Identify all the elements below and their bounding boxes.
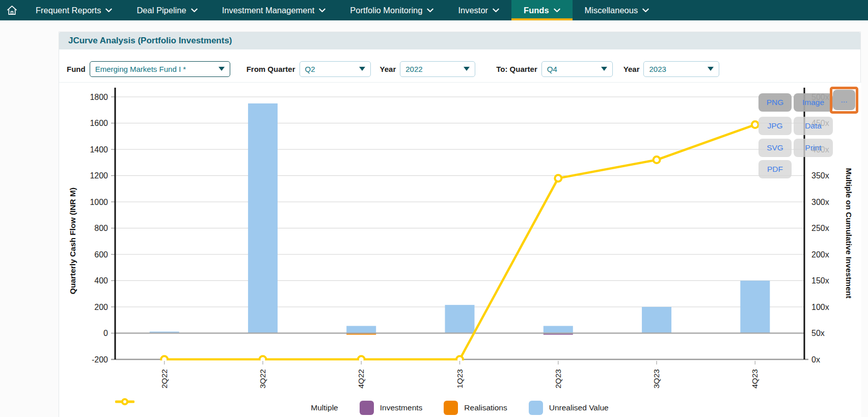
bar-unrealised-value-3Q23[interactable] [642, 307, 671, 333]
nav-item-label: Investor [458, 6, 488, 15]
filter-select-to-quarter-3[interactable]: Q4 [541, 61, 613, 77]
filter-value: Emerging Markets Fund I * [95, 65, 186, 73]
left-axis-tick-label: 200 [94, 303, 108, 311]
legend-label: Realisations [464, 403, 507, 412]
bars [150, 103, 770, 335]
left-axis-tick-label: 400 [94, 276, 108, 285]
export-image-button[interactable]: Image [794, 93, 833, 112]
filter-label-year-4: Year [623, 65, 640, 73]
chevron-down-icon [642, 8, 649, 13]
legend-label: Investments [380, 403, 423, 412]
export-print-button[interactable]: Print [794, 139, 833, 157]
filter-select-year-4[interactable]: 2023 [643, 61, 719, 77]
right-axis-tick-label: 150x [811, 276, 829, 285]
nav-item-deal-pipeline[interactable]: Deal Pipeline [124, 0, 209, 20]
nav-item-label: Portfolio Monitoring [350, 6, 422, 15]
legend-item-investments[interactable]: Investments [360, 401, 423, 415]
left-axis-tick-label: 1400 [90, 145, 108, 154]
content-card: JCurve Analysis (Portfolio Investments) … [59, 32, 861, 417]
line-marker-4Q23[interactable] [752, 121, 758, 128]
nav-item-label: Investment Management [222, 6, 315, 15]
left-axis-tick-label: 1000 [90, 198, 108, 206]
nav-item-frequent-reports[interactable]: Frequent Reports [23, 0, 124, 20]
dropdown-caret-icon [219, 67, 225, 71]
x-axis-label-4Q23: 4Q23 [750, 369, 759, 388]
export-svg-button[interactable]: SVG [758, 139, 792, 157]
filter-value: 2022 [405, 65, 422, 73]
filter-label-year-2: Year [380, 65, 396, 73]
left-axis-tick-label: 0 [103, 329, 108, 337]
dropdown-caret-icon [708, 67, 714, 71]
nav-item-label: Miscellaneous [585, 6, 638, 15]
dropdown-caret-icon [464, 67, 470, 71]
bar-unrealised-value-3Q22[interactable] [248, 103, 278, 333]
legend-line-icon [115, 398, 134, 406]
nav-item-label: Frequent Reports [36, 6, 101, 15]
right-axis-tick-label: 350x [811, 171, 829, 180]
export-pdf-button[interactable]: PDF [758, 160, 792, 178]
chevron-down-icon [191, 8, 198, 13]
chevron-down-icon [105, 8, 112, 13]
bar-unrealised-value-4Q23[interactable] [740, 281, 770, 333]
left-axis-tick-label: 1600 [90, 119, 108, 127]
dropdown-caret-icon [601, 67, 607, 71]
x-axis-label-2Q23: 2Q23 [554, 369, 562, 388]
right-axis-tick-label: 0x [811, 355, 820, 364]
bar-unrealised-value-1Q23[interactable] [445, 305, 475, 333]
nav-items: Frequent ReportsDeal PipelineInvestment … [23, 0, 661, 20]
bar-unrealised-value-4Q22[interactable] [346, 326, 376, 333]
legend-item-unrealised-value[interactable]: Unrealised Value [529, 401, 609, 415]
chevron-down-icon [319, 8, 326, 13]
filter-value: Q2 [305, 65, 315, 73]
nav-item-investor[interactable]: Investor [446, 0, 511, 20]
right-axis-tick-label: 100x [811, 303, 829, 311]
legend-item-realisations[interactable]: Realisations [444, 401, 507, 415]
chart-legend: MultipleInvestmentsRealisationsUnrealise… [115, 398, 804, 417]
x-axis-label-4Q22: 4Q22 [357, 369, 365, 388]
page-title: JCurve Analysis (Portfolio Investments) [68, 36, 232, 46]
filter-bar: FundEmerging Markets Fund I *From Quarte… [59, 58, 860, 80]
nav-item-investment-management[interactable]: Investment Management [210, 0, 338, 20]
legend-swatch-unrealised-value [529, 401, 543, 415]
left-axis-tick-label: 600 [94, 250, 108, 259]
bar-unrealised-value-2Q23[interactable] [544, 326, 573, 333]
filter-select-year-2[interactable]: 2022 [400, 61, 475, 77]
chart-canvas: -2000200400600800100012001400160018000x5… [59, 83, 861, 417]
x-axis-label-3Q23: 3Q23 [652, 369, 661, 388]
page-title-bar: JCurve Analysis (Portfolio Investments) [59, 32, 860, 49]
nav-item-label: Deal Pipeline [137, 6, 186, 15]
nav-item-portfolio-monitoring[interactable]: Portfolio Monitoring [338, 0, 446, 20]
filter-label-to-quarter-3: To: Quarter [496, 65, 537, 73]
legend-swatch-realisations [444, 401, 458, 415]
nav-item-miscellaneous[interactable]: Miscellaneous [573, 0, 662, 20]
left-axis-tick-label: -200 [92, 355, 108, 364]
right-axis-tick-label: 200x [811, 250, 829, 259]
right-axis-tick-label: 50x [811, 329, 825, 337]
right-axis-tick-label: 300x [811, 198, 829, 206]
top-nav: Frequent ReportsDeal PipelineInvestment … [0, 0, 868, 20]
nav-item-funds[interactable]: Funds [511, 0, 573, 20]
left-axis-tick-label: 1200 [90, 171, 108, 180]
export-jpg-button[interactable]: JPG [758, 117, 792, 135]
home-icon [6, 5, 18, 16]
export-png-button[interactable]: PNG [758, 93, 792, 112]
left-axis-title: Quarterly Cash Flow (INR M) [68, 188, 77, 294]
legend-item-multiple[interactable]: Multiple [311, 403, 338, 412]
legend-swatch-investments [360, 401, 374, 415]
x-axis-label-2Q22: 2Q22 [160, 369, 169, 388]
x-axis-label-3Q22: 3Q22 [258, 369, 267, 388]
jcurve-chart: -2000200400600800100012001400160018000x5… [59, 82, 861, 417]
chevron-down-icon [493, 8, 499, 13]
filter-select-fund-0[interactable]: Emerging Markets Fund I * [90, 61, 230, 77]
dropdown-caret-icon [359, 67, 365, 71]
home-button[interactable] [0, 0, 23, 20]
filter-value: 2023 [649, 65, 666, 73]
filter-value: Q4 [547, 65, 557, 73]
line-marker-3Q23[interactable] [654, 157, 660, 163]
export-data-button[interactable]: Data [794, 117, 833, 135]
filter-label-fund-0: Fund [67, 65, 86, 73]
nav-item-label: Funds [524, 6, 549, 15]
filter-label-from-quarter-1: From Quarter [247, 65, 295, 73]
line-marker-2Q23[interactable] [555, 175, 561, 181]
filter-select-from-quarter-1[interactable]: Q2 [300, 61, 371, 77]
